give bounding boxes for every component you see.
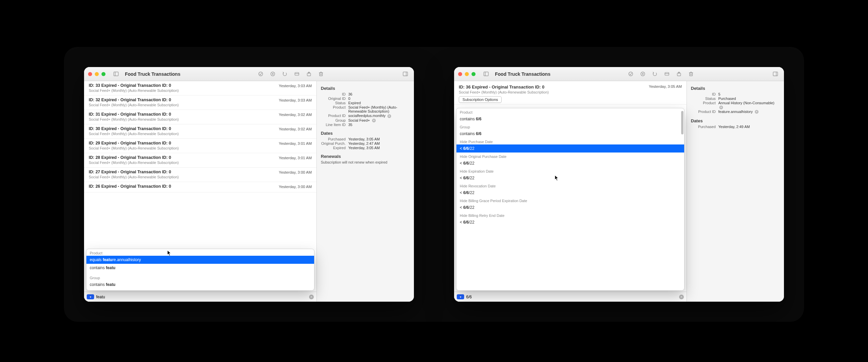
popup-section-product: Product xyxy=(86,249,314,256)
filter-group: Hide Original Purchase Date < 6/6/22 xyxy=(457,152,684,167)
svg-rect-15 xyxy=(403,72,408,76)
filter-popup: Product contains 6/6 Group contains 6/6 … xyxy=(456,108,684,290)
svg-rect-32 xyxy=(773,72,778,76)
traffic-lights xyxy=(88,72,105,76)
export-icon[interactable] xyxy=(675,70,683,78)
main-pane: Yesterday, 3:05 AM ID: 36 Expired - Orig… xyxy=(454,81,687,302)
header-subtitle: Social Feed+ (Monthly) (Auto-Renewable S… xyxy=(459,90,682,94)
transaction-list-pane: ID: 33 Expired - Original Transaction ID… xyxy=(84,81,317,302)
search-bar: ▾ ✕ xyxy=(454,291,686,302)
approve-icon[interactable] xyxy=(626,70,635,78)
filter-group: Group contains 6/6 xyxy=(457,123,684,138)
filter-group: Product contains 6/6 xyxy=(457,108,684,123)
svg-rect-0 xyxy=(114,72,118,76)
transaction-row[interactable]: ID: 27 Expired - Original Transaction ID… xyxy=(84,168,316,182)
dates-heading: Dates xyxy=(321,131,410,136)
header-title: ID: 36 Expired - Original Transaction ID… xyxy=(459,84,682,89)
export-icon[interactable] xyxy=(304,70,313,78)
filter-group: Hide Billing Grace Period Expiration Dat… xyxy=(457,197,684,212)
transaction-row[interactable]: ID: 26 Expired - Original Transaction ID… xyxy=(84,182,316,192)
transaction-row[interactable]: ID: 28 Expired - Original Transaction ID… xyxy=(84,153,316,168)
sidebar-toggle-icon[interactable] xyxy=(112,70,120,78)
popup-scrollbar[interactable] xyxy=(681,111,683,134)
traffic-lights xyxy=(458,72,475,76)
renewals-text: Subscription will not renew when expired xyxy=(321,160,410,164)
filter-item[interactable]: < 6/6/22 xyxy=(457,203,684,212)
search-clear-button[interactable]: ✕ xyxy=(309,295,314,299)
remove-chip-icon[interactable]: ✕ xyxy=(719,106,723,109)
minimize-button[interactable] xyxy=(465,72,469,76)
popup-section-group: Group xyxy=(86,274,314,281)
search-suggestions-popup: Product equals feature.annualhistory con… xyxy=(86,249,314,290)
remove-chip-icon[interactable]: ✕ xyxy=(372,119,376,122)
reject-icon[interactable] xyxy=(638,70,647,78)
search-input[interactable] xyxy=(466,295,677,299)
details-heading: Details xyxy=(321,86,410,91)
zoom-button[interactable] xyxy=(101,72,105,76)
details-heading: Details xyxy=(691,86,780,91)
transaction-row[interactable]: ID: 33 Expired - Original Transaction ID… xyxy=(84,81,316,95)
search-filter-token[interactable]: ▾ xyxy=(87,294,94,299)
svg-rect-17 xyxy=(484,72,488,76)
filter-item[interactable]: contains 6/6 xyxy=(457,130,684,138)
suggestion-group-contains[interactable]: contains featu xyxy=(86,281,314,290)
suggestion-equals[interactable]: equals feature.annualhistory xyxy=(86,256,314,264)
details-pane: Details ID36 Original ID0 StatusExpired … xyxy=(317,81,414,302)
transaction-row[interactable]: ID: 32 Expired - Original Transaction ID… xyxy=(84,95,316,110)
svg-rect-27 xyxy=(689,73,692,76)
zoom-button[interactable] xyxy=(471,72,475,76)
filter-item[interactable]: < 6/6/22 xyxy=(457,159,684,167)
search-bar: ▾ ✕ xyxy=(84,291,316,302)
transaction-row[interactable]: ID: 30 Expired - Original Transaction ID… xyxy=(84,124,316,139)
window-title: Food Truck Transactions xyxy=(495,72,551,77)
card-icon[interactable] xyxy=(292,70,301,78)
transaction-header: Yesterday, 3:05 AM ID: 36 Expired - Orig… xyxy=(454,81,686,105)
transaction-row[interactable]: ID: 29 Expired - Original Transaction ID… xyxy=(84,139,316,153)
search-input[interactable] xyxy=(96,295,307,299)
close-button[interactable] xyxy=(458,72,462,76)
svg-rect-10 xyxy=(319,73,322,76)
reject-icon[interactable] xyxy=(268,70,277,78)
search-filter-token[interactable]: ▾ xyxy=(457,294,464,299)
filter-group: Hide Purchase Date < 6/6/22 xyxy=(457,138,684,152)
svg-point-19 xyxy=(628,72,632,76)
right-panel-toggle-icon[interactable] xyxy=(771,70,780,78)
filter-item[interactable]: < 6/6/22 xyxy=(457,218,684,227)
suggestion-contains[interactable]: contains featu xyxy=(86,264,314,272)
svg-rect-23 xyxy=(665,73,669,76)
filter-item[interactable]: contains 6/6 xyxy=(457,115,684,123)
dates-heading: Dates xyxy=(691,118,780,123)
filter-item[interactable]: < 6/6/22 xyxy=(457,174,684,182)
window-title: Food Truck Transactions xyxy=(125,72,181,77)
filter-item[interactable]: < 6/6/22 xyxy=(457,144,684,152)
renewals-heading: Renewals xyxy=(321,154,410,159)
trash-icon[interactable] xyxy=(686,70,695,78)
filter-group: Hide Billing Retry End Date < 6/6/22 xyxy=(457,212,684,227)
undo-icon[interactable] xyxy=(280,70,289,78)
window-left: Food Truck Transactions ID: 33 Expired -… xyxy=(84,67,414,302)
svg-point-2 xyxy=(258,72,262,76)
header-time: Yesterday, 3:05 AM xyxy=(649,84,682,88)
transaction-row[interactable]: ID: 31 Expired - Original Transaction ID… xyxy=(84,110,316,124)
sidebar-toggle-icon[interactable] xyxy=(482,70,490,78)
trash-icon[interactable] xyxy=(316,70,325,78)
remove-chip-icon[interactable]: ✕ xyxy=(755,110,758,114)
filter-group: Hide Revocation Date < 6/6/22 xyxy=(457,182,684,197)
filter-group: Hide Expiration Date < 6/6/22 xyxy=(457,167,684,182)
titlebar: Food Truck Transactions xyxy=(454,67,784,81)
search-clear-button[interactable]: ✕ xyxy=(679,295,684,299)
card-icon[interactable] xyxy=(662,70,671,78)
approve-icon[interactable] xyxy=(256,70,265,78)
svg-rect-6 xyxy=(295,73,299,76)
titlebar: Food Truck Transactions xyxy=(84,67,414,81)
window-right: Food Truck Transactions Yesterday, 3:05 … xyxy=(454,67,784,302)
filter-item[interactable]: < 6/6/22 xyxy=(457,189,684,197)
close-button[interactable] xyxy=(88,72,92,76)
details-pane: Details ID5 StatusPurchased ProductAnnua… xyxy=(687,81,784,302)
right-panel-toggle-icon[interactable] xyxy=(401,70,410,78)
minimize-button[interactable] xyxy=(95,72,99,76)
undo-icon[interactable] xyxy=(650,70,659,78)
subscription-options-button[interactable]: Subscription Options xyxy=(459,96,502,103)
remove-chip-icon[interactable]: ✕ xyxy=(388,114,391,118)
